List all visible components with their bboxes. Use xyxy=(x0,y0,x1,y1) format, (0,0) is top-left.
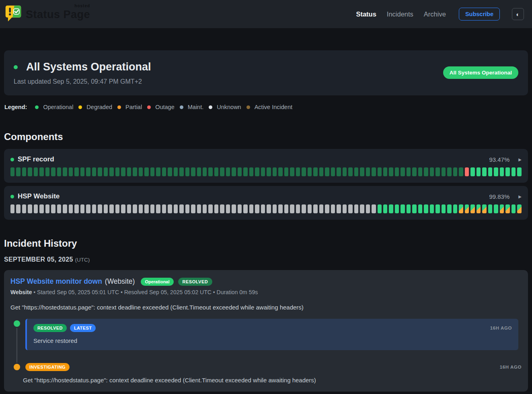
uptime-bar[interactable] xyxy=(220,204,224,213)
uptime-bar[interactable] xyxy=(482,204,486,213)
uptime-bar[interactable] xyxy=(360,167,364,176)
uptime-bar[interactable] xyxy=(313,167,317,176)
uptime-bar[interactable] xyxy=(459,167,463,176)
uptime-bar[interactable] xyxy=(121,204,125,213)
uptime-bar[interactable] xyxy=(174,204,178,213)
uptime-bar[interactable] xyxy=(354,167,358,176)
uptime-bar[interactable] xyxy=(505,167,509,176)
uptime-bar[interactable] xyxy=(465,167,469,176)
uptime-bar[interactable] xyxy=(343,167,347,176)
uptime-bar[interactable] xyxy=(319,204,323,213)
uptime-bar[interactable] xyxy=(238,167,242,176)
uptime-bar[interactable] xyxy=(290,204,294,213)
uptime-bar[interactable] xyxy=(156,204,160,213)
uptime-bar[interactable] xyxy=(435,204,440,213)
uptime-bar[interactable] xyxy=(150,204,154,213)
uptime-bar[interactable] xyxy=(16,204,20,213)
uptime-bar[interactable] xyxy=(418,167,422,176)
uptime-bar[interactable] xyxy=(511,167,516,176)
uptime-bar[interactable] xyxy=(208,167,212,176)
uptime-bar[interactable] xyxy=(127,167,131,176)
uptime-bar[interactable] xyxy=(214,167,218,176)
uptime-bar[interactable] xyxy=(34,167,38,176)
uptime-bar[interactable] xyxy=(255,204,259,213)
uptime-bar[interactable] xyxy=(197,204,201,213)
uptime-bar[interactable] xyxy=(191,167,195,176)
uptime-bar[interactable] xyxy=(10,204,14,213)
uptime-bar[interactable] xyxy=(372,204,376,213)
uptime-bar[interactable] xyxy=(127,204,131,213)
uptime-bar[interactable] xyxy=(121,167,125,176)
uptime-bar[interactable] xyxy=(144,167,148,176)
uptime-bar[interactable] xyxy=(325,167,329,176)
nav-incidents[interactable]: Incidents xyxy=(387,10,413,18)
uptime-bar[interactable] xyxy=(505,204,509,213)
uptime-bar[interactable] xyxy=(424,167,428,176)
uptime-bar[interactable] xyxy=(442,204,446,213)
uptime-bar[interactable] xyxy=(74,204,78,213)
uptime-bar[interactable] xyxy=(296,167,300,176)
uptime-bar[interactable] xyxy=(459,204,463,213)
uptime-bar[interactable] xyxy=(162,167,166,176)
uptime-bar[interactable] xyxy=(500,204,504,213)
uptime-bar[interactable] xyxy=(139,167,143,176)
uptime-bar[interactable] xyxy=(191,204,195,213)
uptime-bar[interactable] xyxy=(447,204,451,213)
uptime-bar[interactable] xyxy=(185,204,189,213)
uptime-bar[interactable] xyxy=(325,204,329,213)
uptime-bar[interactable] xyxy=(22,167,26,176)
uptime-bar[interactable] xyxy=(337,204,341,213)
uptime-bar[interactable] xyxy=(214,204,218,213)
uptime-bar[interactable] xyxy=(337,167,341,176)
uptime-bar[interactable] xyxy=(366,167,370,176)
uptime-bar[interactable] xyxy=(226,204,230,213)
uptime-bar[interactable] xyxy=(430,167,434,176)
uptime-bar[interactable] xyxy=(517,204,521,213)
uptime-bar[interactable] xyxy=(69,204,73,213)
uptime-bar[interactable] xyxy=(273,204,277,213)
uptime-bar[interactable] xyxy=(465,204,469,213)
uptime-bar[interactable] xyxy=(92,167,96,176)
uptime-bar[interactable] xyxy=(255,167,259,176)
uptime-bar[interactable] xyxy=(80,204,84,213)
uptime-bar[interactable] xyxy=(407,167,411,176)
uptime-bar[interactable] xyxy=(28,204,32,213)
uptime-bar[interactable] xyxy=(150,167,154,176)
uptime-bar[interactable] xyxy=(208,204,212,213)
uptime-bar[interactable] xyxy=(162,204,166,213)
uptime-bar[interactable] xyxy=(278,167,282,176)
uptime-bar[interactable] xyxy=(383,167,387,176)
uptime-bar[interactable] xyxy=(395,167,399,176)
uptime-bar[interactable] xyxy=(28,167,32,176)
theme-toggle-button[interactable]: ◐ xyxy=(512,8,524,20)
uptime-bar[interactable] xyxy=(109,204,113,213)
uptime-bar[interactable] xyxy=(470,167,474,176)
uptime-bar[interactable] xyxy=(331,167,335,176)
uptime-bar[interactable] xyxy=(296,204,300,213)
component-header-row[interactable]: HSP Website 99.83% ▶ xyxy=(10,192,522,200)
uptime-bar[interactable] xyxy=(412,167,416,176)
uptime-bar[interactable] xyxy=(168,204,172,213)
uptime-bar[interactable] xyxy=(482,167,486,176)
uptime-bar[interactable] xyxy=(447,167,451,176)
uptime-bar[interactable] xyxy=(16,167,20,176)
uptime-bar[interactable] xyxy=(372,167,376,176)
uptime-bar[interactable] xyxy=(98,204,102,213)
uptime-bar[interactable] xyxy=(69,167,73,176)
uptime-bar[interactable] xyxy=(203,167,207,176)
uptime-bar[interactable] xyxy=(424,204,428,213)
uptime-bar[interactable] xyxy=(51,167,55,176)
uptime-bar[interactable] xyxy=(249,204,253,213)
uptime-bar[interactable] xyxy=(133,204,137,213)
subscribe-button[interactable]: Subscribe xyxy=(459,8,500,21)
uptime-bar[interactable] xyxy=(302,204,306,213)
uptime-bar[interactable] xyxy=(435,167,440,176)
uptime-bar[interactable] xyxy=(168,167,172,176)
uptime-bar[interactable] xyxy=(115,204,119,213)
uptime-bar[interactable] xyxy=(10,167,14,176)
uptime-bar[interactable] xyxy=(383,204,387,213)
uptime-bar[interactable] xyxy=(500,167,504,176)
uptime-bar[interactable] xyxy=(407,204,411,213)
uptime-bar[interactable] xyxy=(45,204,49,213)
uptime-bar[interactable] xyxy=(243,204,247,213)
